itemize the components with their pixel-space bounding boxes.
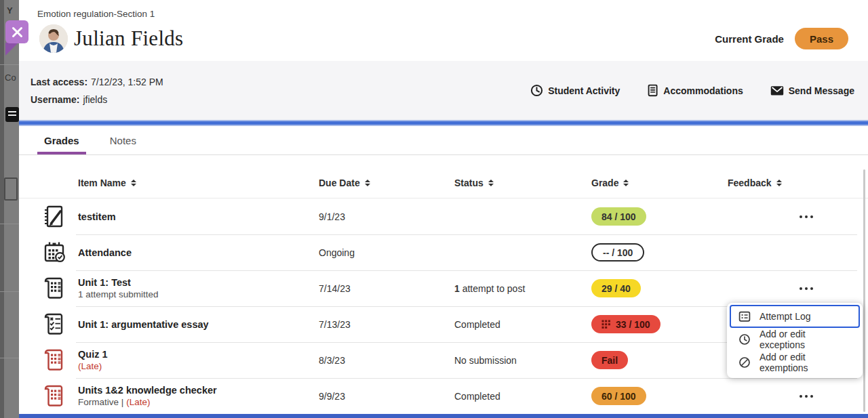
due-date: 9/1/23 bbox=[319, 211, 454, 222]
row-menu-button[interactable] bbox=[797, 211, 816, 222]
item-name[interactable]: Quiz 1 bbox=[78, 349, 319, 360]
sort-icon bbox=[365, 180, 370, 187]
grade-pill[interactable]: 60 / 100 bbox=[591, 387, 646, 405]
journal-pencil-icon bbox=[41, 203, 68, 230]
backdrop-divider bbox=[0, 64, 19, 65]
attendance-calendar-icon bbox=[41, 239, 68, 266]
grade-pill[interactable]: -- / 100 bbox=[591, 243, 644, 262]
dimmed-backdrop: Y Co bbox=[0, 0, 19, 418]
item-name[interactable]: testitem bbox=[78, 211, 319, 222]
sort-icon bbox=[776, 180, 782, 187]
grade-pill[interactable]: 33 / 100 bbox=[591, 315, 660, 333]
row-menu-button[interactable] bbox=[797, 391, 816, 402]
late-flag: (Late) bbox=[126, 397, 150, 407]
student-identity: Julian Fields bbox=[39, 24, 184, 53]
backdrop-text-fragment: Co bbox=[5, 72, 16, 83]
table-row-testitem: testitem 9/1/23 84 / 100 bbox=[19, 198, 868, 234]
column-header-status[interactable]: Status bbox=[454, 177, 591, 188]
overall-grade-badge: Pass bbox=[795, 28, 848, 49]
breadcrumb: Emotion regulation-Section 1 bbox=[37, 9, 155, 19]
accommodations-icon bbox=[647, 84, 658, 97]
username-line: Username:jfields bbox=[31, 91, 163, 108]
last-access-line: Last access:7/12/23, 1:52 PM bbox=[31, 73, 163, 91]
panel-header: Emotion regulation-Section 1 Julian Fiel… bbox=[19, 0, 868, 61]
status: Completed bbox=[454, 319, 591, 330]
sort-icon bbox=[131, 180, 136, 187]
send-message-link[interactable]: Send Message bbox=[770, 85, 854, 96]
column-header-due-date[interactable]: Due Date bbox=[319, 177, 454, 188]
column-header-grade[interactable]: Grade bbox=[591, 177, 717, 188]
page-title-student-name: Julian Fields bbox=[74, 26, 184, 51]
grade-pill[interactable]: Fail bbox=[591, 351, 628, 369]
item-name[interactable]: Unit 1: argumentative essay bbox=[78, 319, 319, 330]
due-date: 7/13/23 bbox=[319, 319, 454, 330]
item-name[interactable]: Attendance bbox=[78, 247, 319, 258]
username-label: Username: bbox=[31, 94, 79, 105]
menu-item-label: Attempt Log bbox=[760, 311, 811, 322]
grade-pill[interactable]: 84 / 100 bbox=[591, 207, 646, 226]
test-grid-icon bbox=[41, 275, 68, 302]
grade-pill[interactable]: 29 / 40 bbox=[591, 279, 641, 297]
row-context-menu: Attempt Log Add or edit exceptions Add o… bbox=[727, 303, 863, 378]
menu-item-add-exemptions[interactable]: Add or edit exemptions bbox=[730, 351, 860, 374]
menu-item-attempt-log[interactable]: Attempt Log bbox=[730, 305, 860, 328]
envelope-icon bbox=[770, 85, 784, 96]
close-button-tail bbox=[5, 43, 18, 56]
student-activity-link[interactable]: Student Activity bbox=[530, 84, 620, 97]
item-subtitle: 1 attempt submitted bbox=[78, 289, 319, 299]
due-date: 8/3/23 bbox=[319, 355, 454, 366]
close-panel-button[interactable] bbox=[5, 20, 28, 43]
student-meta: Last access:7/12/23, 1:52 PM Username:jf… bbox=[31, 73, 163, 108]
student-actions: Student Activity Accommodations Send Mes… bbox=[530, 84, 854, 97]
item-name[interactable]: Unit 1: Test bbox=[78, 277, 319, 288]
column-header-item-name[interactable]: Item Name bbox=[78, 177, 319, 188]
table-row-unit1-test: Unit 1: Test 1 attempt submitted 7/14/23… bbox=[19, 270, 868, 306]
student-activity-label: Student Activity bbox=[548, 85, 620, 96]
panel-bottom-accent bbox=[19, 414, 868, 418]
menu-item-add-exceptions[interactable]: Add or edit exceptions bbox=[730, 328, 860, 351]
tab-notes[interactable]: Notes bbox=[103, 126, 143, 154]
scrollbar[interactable] bbox=[863, 169, 865, 412]
last-access-label: Last access: bbox=[31, 77, 87, 87]
menu-item-label: Add or edit exceptions bbox=[760, 329, 852, 350]
grade-grid-icon bbox=[601, 320, 611, 329]
table-row-knowledge-checker: Units 1&2 knowledge checker Formative |(… bbox=[19, 378, 868, 414]
student-grades-overlay: Y Co Emotion regulation-Section 1 bbox=[0, 0, 868, 418]
last-access-value: 7/12/23, 1:52 PM bbox=[91, 77, 163, 87]
backdrop-text-fragment: Y bbox=[7, 5, 13, 16]
avatar bbox=[39, 24, 68, 53]
item-name[interactable]: Units 1&2 knowledge checker bbox=[78, 385, 319, 396]
grades-table-header: Item Name Due Date Status Grade Feedback bbox=[19, 155, 868, 198]
sort-icon bbox=[623, 180, 629, 187]
student-info-bar: Last access:7/12/23, 1:52 PM Username:jf… bbox=[19, 61, 868, 120]
clock-icon bbox=[738, 333, 751, 346]
tab-bar: Grades Notes bbox=[19, 126, 868, 155]
due-date: 9/9/23 bbox=[319, 391, 454, 402]
table-row-attendance: Attendance Ongoing -- / 100 bbox=[19, 234, 868, 270]
sort-icon bbox=[488, 180, 494, 187]
tab-grades[interactable]: Grades bbox=[37, 126, 86, 154]
backdrop-menu-icon bbox=[5, 107, 19, 122]
activity-clock-icon bbox=[530, 84, 543, 97]
accommodations-link[interactable]: Accommodations bbox=[647, 84, 743, 97]
accommodations-label: Accommodations bbox=[663, 85, 743, 96]
ban-icon bbox=[738, 356, 751, 369]
send-message-label: Send Message bbox=[789, 85, 854, 96]
status: 1 attempt to post bbox=[454, 283, 591, 294]
backdrop-card-edge bbox=[4, 177, 18, 201]
essay-checklist-icon bbox=[41, 311, 68, 338]
current-grade-group: Current Grade Pass bbox=[715, 28, 848, 49]
current-grade-label: Current Grade bbox=[715, 33, 784, 45]
column-header-feedback[interactable]: Feedback bbox=[717, 177, 868, 188]
status: Completed bbox=[454, 391, 591, 402]
menu-item-label: Add or edit exemptions bbox=[760, 352, 852, 373]
row-menu-button[interactable] bbox=[797, 283, 816, 294]
username-value: jfields bbox=[83, 94, 107, 105]
due-date: 7/14/23 bbox=[319, 283, 454, 294]
item-subtitle: Formative | bbox=[78, 397, 123, 407]
status: No submission bbox=[454, 355, 591, 366]
backdrop-divider bbox=[0, 224, 19, 224]
close-icon bbox=[12, 26, 23, 38]
attempt-log-icon bbox=[738, 310, 751, 323]
blue-divider bbox=[19, 120, 868, 126]
